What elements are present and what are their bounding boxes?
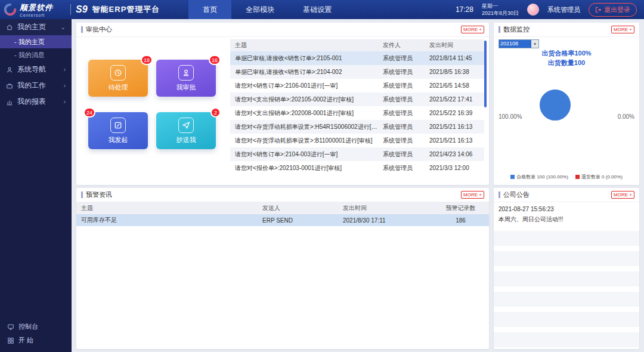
col-time: 发出时间 (343, 204, 432, 212)
monitor-panel-header: 数据监控 MORE + (494, 23, 639, 37)
tile-label: 我发起 (109, 135, 128, 144)
alert-time: 2021/8/30 17:11 (343, 217, 432, 224)
brand-subname: Centersoft (20, 13, 53, 17)
approval-table: 主题 发件人 发出时间 单据已审核,请接收<销售订单>:2105-001 系统管… (230, 39, 484, 175)
table-row[interactable]: 请您对<销售订单>:2104-003进行[一审] 系统管理员 2021/4/23… (230, 147, 484, 161)
brand-logo[interactable]: 顺景软件 Centersoft (0, 2, 70, 17)
start-button[interactable]: 开 始 (0, 334, 72, 347)
announcement-timestamp: 2021-08-27 15:56:23 (499, 206, 554, 212)
row-subject: 请您对<销售订单>:2104-003进行[一审] (230, 150, 383, 159)
table-row[interactable]: 请您对<支出报销单>:202008-0001进行[审核] 系统管理员 2021/… (230, 106, 484, 120)
announcement-content[interactable]: 本周六、周日公司活动!!! (499, 215, 563, 224)
alert-subject: 可用库存不足 (76, 216, 262, 224)
row-time: 2021/5/21 16:13 (429, 123, 484, 130)
row-subject: 请您对<支出报销单>:202008-0001进行[审核] (230, 109, 383, 118)
table-row[interactable]: 请您对<存货浮动耗损率设置>:H54R1S006002进行[审核] 系统管理员 … (230, 120, 484, 134)
stamp-icon (178, 65, 194, 81)
pending-badge: 19 (141, 55, 153, 65)
col-subject: 主题 (230, 41, 383, 50)
row-sender: 系统管理员 (383, 137, 429, 145)
row-sender: 系统管理员 (383, 109, 429, 118)
top-header: 顺景软件 Centersoft S9 智能ERP管理平台 首页 全部模块 基础设… (0, 0, 644, 19)
table-row[interactable]: 请您对<存货浮动耗损率设置>:B11000001进行[审核] 系统管理员 202… (230, 134, 484, 147)
sidebar-item-my-messages[interactable]: - 我的消息 (0, 48, 72, 61)
logout-button[interactable]: 退出登录 (589, 3, 637, 17)
sidebar-item-my-home[interactable]: - 我的主页 (0, 35, 72, 48)
chevron-down-icon: ▾ (531, 40, 538, 48)
table-row[interactable]: 请您对<报价单>:202103-0001进行[审核] 系统管理员 2021/3/… (230, 161, 484, 175)
announcement-placeholder-row (494, 332, 639, 347)
app-title: 智能ERP管理平台 (92, 4, 160, 15)
approval-panel-header: 审批中心 MORE + (76, 23, 489, 37)
monitor-stats: 出货合格率100% 出货数量100 (494, 49, 639, 68)
brand-name: 顺景软件 (20, 2, 53, 13)
legend-label: 退货数量 0 (0.00%) (581, 174, 623, 180)
sidebar-group-my-home[interactable]: 我的主页 ⌄ (0, 19, 72, 35)
legend-item-return: 退货数量 0 (0.00%) (575, 174, 623, 180)
tile-label: 抄送我 (177, 135, 196, 144)
sidebar-item-system-nav[interactable]: 系统导航 › (0, 61, 72, 78)
tab-home[interactable]: 首页 (188, 0, 231, 19)
tab-all-modules[interactable]: 全部模块 (231, 0, 289, 19)
announcement-placeholder-row (494, 231, 639, 246)
table-row[interactable]: 请您对<销售订单>:2106-001进行[一审] 系统管理员 2021/6/5 … (230, 79, 484, 92)
donut-right-label: 0.00% (618, 113, 634, 120)
alerts-more-button[interactable]: MORE + (461, 191, 484, 199)
row-subject: 请您对<报价单>:202103-0001进行[审核] (230, 164, 383, 172)
table-row[interactable]: 单据已审核,请接收<销售订单>:2105-001 系统管理员 2021/8/14… (230, 51, 484, 65)
col-sender: 发件人 (383, 41, 429, 50)
tile-cc-to-me[interactable]: 2 抄送我 (156, 112, 216, 149)
current-user: 系统管理员 (547, 5, 580, 14)
avatar[interactable] (527, 4, 539, 16)
main-content: 审批中心 MORE + 19 待处理 16 (72, 19, 644, 352)
col-time: 发出时间 (429, 41, 484, 50)
table-row[interactable]: 请您对<支出报销单>:202105-0002进行[审核] 系统管理员 2021/… (230, 92, 484, 106)
table-scrollbar[interactable] (484, 41, 487, 107)
sidebar-item-my-reports[interactable]: 我的报表 › (0, 94, 72, 110)
announcements-more-button[interactable]: MORE + (611, 191, 634, 199)
weekday: 星期一 (482, 2, 519, 10)
start-label: 开 始 (18, 336, 33, 345)
initiated-badge: 24 (83, 107, 95, 118)
row-time: 2021/5/22 17:41 (429, 96, 484, 103)
monitor-more-button[interactable]: MORE + (611, 26, 634, 33)
period-select[interactable]: 202108 ▾ (499, 39, 539, 48)
alert-row[interactable]: 可用库存不足 ERP SEND 2021/8/30 17:11 186 (76, 214, 489, 226)
approval-more-button[interactable]: MORE + (461, 26, 484, 33)
logout-icon (595, 7, 602, 13)
main-nav: 首页 全部模块 基础设置 (188, 0, 346, 19)
legend-label: 合格数量 100 (100.00%) (516, 174, 568, 180)
user-icon (6, 66, 13, 73)
announcement-placeholder-row (494, 292, 639, 307)
row-time: 2021/8/5 16:38 (429, 69, 484, 75)
table-row[interactable]: 单据已审核,请接收<销售订单>:2104-002 系统管理员 2021/8/5 … (230, 65, 484, 79)
row-time: 2021/5/21 16:13 (429, 137, 484, 144)
row-sender: 系统管理员 (383, 95, 429, 104)
alert-sender: ERP SEND (262, 217, 343, 224)
row-sender: 系统管理员 (383, 82, 429, 90)
tile-my-approvals[interactable]: 16 我审批 (156, 60, 216, 97)
period-value: 202108 (499, 40, 531, 48)
console-button[interactable]: 控制台 (0, 320, 72, 334)
row-sender: 系统管理员 (383, 68, 429, 76)
tab-basic-settings[interactable]: 基础设置 (289, 0, 346, 19)
sidebar-group-label: 我的主页 (17, 22, 46, 32)
chevron-right-icon: › (64, 82, 66, 89)
col-sender: 发送人 (262, 204, 343, 212)
row-sender: 系统管理员 (383, 164, 429, 172)
grid-icon (7, 337, 14, 344)
tile-pending[interactable]: 19 待处理 (88, 60, 148, 97)
alerts-panel-header: 预警资讯 MORE + (76, 188, 489, 202)
tile-initiated-by-me[interactable]: 24 我发起 (88, 112, 148, 149)
sidebar-item-my-work[interactable]: 我的工作 › (0, 78, 72, 94)
header-right-cluster: 17:28 星期一 2021年8月30日 系统管理员 退出登录 (456, 2, 644, 17)
approval-panel-title: 审批中心 (81, 25, 112, 34)
briefcase-icon (6, 82, 13, 89)
chevron-right-icon: › (64, 66, 66, 73)
row-time: 2021/8/14 11:45 (429, 55, 484, 61)
legend-item-pass: 合格数量 100 (100.00%) (510, 174, 568, 180)
chart-legend: 合格数量 100 (100.00%) 退货数量 0 (0.00%) (494, 174, 639, 180)
product-code: S9 (76, 4, 88, 15)
row-sender: 系统管理员 (383, 123, 429, 131)
approval-tiles: 19 待处理 16 我审批 24 (88, 60, 216, 149)
